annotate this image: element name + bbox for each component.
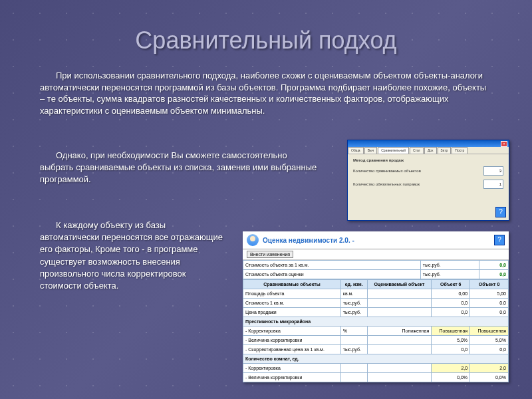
screenshot-valuation-table: Оценка недвижимости 2.0. - ? Внести изме… [243,231,509,382]
avatar-icon [247,234,259,246]
corrections-count-input[interactable] [483,180,503,189]
summary-table: Стоимость объекта за 1 кв.м.тыс.руб.0,0 … [243,260,509,279]
table-row: - Корректировка%ПониженнаяПовышеннаяПовы… [243,327,509,336]
field-label: Количество обязательных поправок [353,182,420,186]
table-row: - Скорректированная цена за 1 кв.м.тыс.р… [243,345,509,354]
table-row: Стоимость 1 кв.м.тыс.руб.0,00,0 [243,299,509,308]
table-row: - Корректировка2,02,0 [243,364,509,373]
tab-active: Сравнительный [378,147,409,154]
paragraph-2: Однако, при необходимости Вы сможете сам… [40,150,319,186]
app-header: Оценка недвижимости 2.0. - ? [243,231,509,249]
table-row: - Величина корректировки5,0%5,0% [243,336,509,345]
tab: Стат [410,147,424,154]
toolbar: Внести изменения [243,249,509,260]
table-row: Количество комнат, ед. [243,354,509,364]
paragraph-1: При использовании сравнительного подхода… [40,70,492,116]
tab-strip: Обща Выч Сравнительный Стат Дох Затр Пос… [348,147,509,154]
app-title: Оценка недвижимости 2.0. - [263,237,354,244]
table-header-row: Сравниваемые объекты ед. изм. Оцениваемы… [243,280,509,289]
settings-heading: Метод сравнения продаж [353,158,503,162]
paragraph-3: К каждому объекту из базы автоматически … [40,219,226,292]
apply-changes-button[interactable]: Внести изменения [247,251,293,258]
help-icon: ? [495,207,506,217]
table-row: Стоимость объекта за 1 кв.м.тыс.руб.0,0 [243,261,509,270]
table-row: Площадь объектакв.м.0,005,00 [243,289,509,299]
slide-title: Сравнительный подход [0,27,532,55]
tab: Постр [452,147,467,154]
tab: Дох [424,147,437,154]
table-row: - Величина корректировки0,0%0,0% [243,373,509,382]
window-titlebar: × [348,140,509,147]
table-row: Престижность микрорайона [243,317,509,327]
tab: Обща [348,147,364,154]
tab: Затр [438,147,452,154]
tab: Выч [364,147,378,154]
screenshot-settings-window: × Обща Выч Сравнительный Стат Дох Затр П… [347,140,509,221]
table-row: Стоимость объекта оценкитыс.руб.0,0 [243,270,509,279]
field-label: Количество сравниваемых объектов [353,169,421,173]
close-icon: × [501,141,507,147]
help-icon: ? [494,235,505,245]
comparison-table: Сравниваемые объекты ед. изм. Оцениваемы… [243,279,509,382]
compare-count-input[interactable] [483,166,503,176]
table-row: Цена продажитыс.руб.0,00,0 [243,308,509,317]
